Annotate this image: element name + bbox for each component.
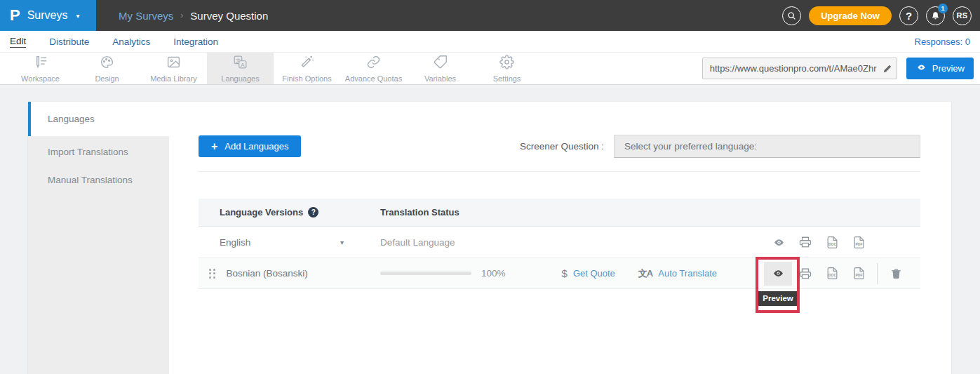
auto-translate-link[interactable]: 文A Auto Translate xyxy=(638,267,717,280)
edit-url-icon[interactable] xyxy=(878,64,892,74)
export-doc-icon[interactable]: DOC xyxy=(819,262,845,286)
app-switcher[interactable]: P Surveys ▾ xyxy=(0,0,96,31)
top-controls: + Add Languages Screener Question : Sele… xyxy=(199,135,920,172)
export-doc-icon[interactable]: DOC xyxy=(819,230,845,254)
screener-question-label: Screener Question : xyxy=(520,141,614,152)
toolbar-tab-settings[interactable]: Settings xyxy=(474,53,540,84)
languages-card: Languages Import Translations Manual Tra… xyxy=(28,102,951,374)
help-circle-icon[interactable]: ? xyxy=(308,207,318,218)
export-pdf-icon[interactable]: PDF xyxy=(845,262,872,286)
nav-tab-distribute[interactable]: Distribute xyxy=(49,36,89,47)
plus-icon: + xyxy=(211,140,217,153)
chevron-down-icon[interactable]: ▾ xyxy=(340,239,344,246)
magic-wand-icon xyxy=(300,55,314,72)
image-icon xyxy=(166,55,181,72)
toolbar-tab-design[interactable]: Design xyxy=(74,53,140,84)
gear-icon xyxy=(499,55,514,72)
search-button[interactable] xyxy=(782,6,801,25)
col-header-translation-status: Translation Status xyxy=(380,207,920,218)
bell-icon xyxy=(931,11,940,20)
table-header-row: Language Versions ? Translation Status xyxy=(199,199,920,227)
toolbar-tab-advance-quotas[interactable]: Advance Quotas xyxy=(340,53,407,84)
translation-progress-bar xyxy=(380,272,471,275)
status-cell: 100% $ Get Quote 文A Auto Translate xyxy=(380,267,764,280)
sidebar-group: Import Translations Manual Translations xyxy=(28,136,169,374)
print-icon[interactable] xyxy=(792,230,819,254)
preview-tooltip: Preview xyxy=(756,291,799,306)
tag-icon xyxy=(433,55,448,72)
survey-url-box xyxy=(702,58,897,79)
toolbar-tab-variables[interactable]: Variables xyxy=(407,53,474,84)
toolbar-right: Preview xyxy=(702,53,980,84)
chevron-down-icon: ▾ xyxy=(76,12,79,20)
divider xyxy=(877,263,878,284)
question-mark-icon: ? xyxy=(906,10,912,22)
nav-tab-analytics[interactable]: Analytics xyxy=(112,36,150,47)
toolbar-tab-finish-options[interactable]: Finish Options xyxy=(274,53,340,84)
palette-icon xyxy=(100,55,114,72)
sidebar-item-languages[interactable]: Languages xyxy=(28,102,169,136)
row-actions-english: DOC PDF xyxy=(765,230,920,254)
get-quote-link[interactable]: $ Get Quote xyxy=(562,267,615,279)
languages-main: + Add Languages Screener Question : Sele… xyxy=(169,102,951,374)
questionpro-logo-icon: P xyxy=(10,8,20,23)
nav-tab-integration[interactable]: Integration xyxy=(173,36,218,47)
table-row-bosnian: Bosnian (Bosanski) 100% $ Get Quote 文A A… xyxy=(199,258,920,289)
preview-language-icon[interactable] xyxy=(765,230,792,254)
notification-badge: 1 xyxy=(938,4,948,13)
preview-button[interactable]: Preview xyxy=(906,58,974,79)
languages-sidebar: Languages Import Translations Manual Tra… xyxy=(28,102,169,374)
header-actions: Upgrade Now ? 1 RS xyxy=(782,6,980,25)
delete-language-icon[interactable] xyxy=(882,262,909,286)
svg-text:PDF: PDF xyxy=(855,242,862,246)
help-button[interactable]: ? xyxy=(899,6,918,25)
language-cell-bosnian: Bosnian (Bosanski) xyxy=(199,268,380,279)
drag-handle[interactable] xyxy=(209,269,215,279)
breadcrumb-current: Survey Question xyxy=(190,10,268,22)
screener-question-select[interactable]: Select your preferred language: xyxy=(614,135,920,158)
svg-text:A: A xyxy=(241,62,245,68)
nav-tab-edit[interactable]: Edit xyxy=(10,36,26,48)
language-dropdown-english[interactable]: English ▾ xyxy=(199,237,380,248)
add-languages-button[interactable]: + Add Languages xyxy=(199,135,301,157)
status-cell: Default Language xyxy=(380,237,765,248)
eye-icon xyxy=(915,63,927,74)
print-icon[interactable] xyxy=(792,262,819,286)
translate-glyph-icon: 文A xyxy=(638,267,652,280)
svg-text:PDF: PDF xyxy=(855,274,862,277)
breadcrumb-separator-icon: › xyxy=(180,11,183,20)
row-actions-bosnian: Preview DOC PDF xyxy=(764,262,920,286)
responses-count: Responses: 0 xyxy=(915,36,971,47)
col-header-language-versions: Language Versions ? xyxy=(199,207,380,218)
export-pdf-icon[interactable]: PDF xyxy=(845,230,872,254)
language-versions-table: Language Versions ? Translation Status E… xyxy=(199,199,920,289)
survey-nav: Edit Distribute Analytics Integration Re… xyxy=(0,31,980,52)
toolbar-tab-workspace[interactable]: Workspace xyxy=(7,53,74,84)
upgrade-now-button[interactable]: Upgrade Now xyxy=(809,6,892,25)
svg-text:DOC: DOC xyxy=(828,242,836,246)
sidebar-item-manual-translations[interactable]: Manual Translations xyxy=(28,166,169,194)
breadcrumb-my-surveys[interactable]: My Surveys xyxy=(119,10,173,22)
top-header: P Surveys ▾ My Surveys › Survey Question… xyxy=(0,0,980,31)
breadcrumb: My Surveys › Survey Question xyxy=(119,10,268,22)
notifications-button[interactable]: 1 xyxy=(926,6,945,25)
table-row-english: English ▾ Default Language xyxy=(199,227,920,258)
edit-toolbar: Workspace Design Media Library 文A Langua… xyxy=(0,52,980,85)
avatar-initials: RS xyxy=(957,11,968,20)
page-content: Languages Import Translations Manual Tra… xyxy=(0,85,980,374)
preview-annotation: Preview xyxy=(764,262,792,286)
translation-progress-label: 100% xyxy=(481,268,506,279)
preview-language-icon[interactable] xyxy=(764,262,792,286)
workspace-icon xyxy=(33,55,48,72)
search-icon xyxy=(787,11,796,20)
toolbar-tab-languages[interactable]: 文A Languages xyxy=(207,53,274,84)
dollar-icon: $ xyxy=(562,267,568,279)
link-chain-icon xyxy=(366,55,381,72)
toolbar-tab-media-library[interactable]: Media Library xyxy=(140,53,207,84)
svg-text:DOC: DOC xyxy=(828,274,836,277)
survey-url-input[interactable] xyxy=(710,63,878,74)
avatar[interactable]: RS xyxy=(953,6,972,25)
app-switcher-label: Surveys xyxy=(27,9,68,22)
sidebar-item-import-translations[interactable]: Import Translations xyxy=(28,138,169,166)
translate-icon: 文A xyxy=(233,55,248,72)
